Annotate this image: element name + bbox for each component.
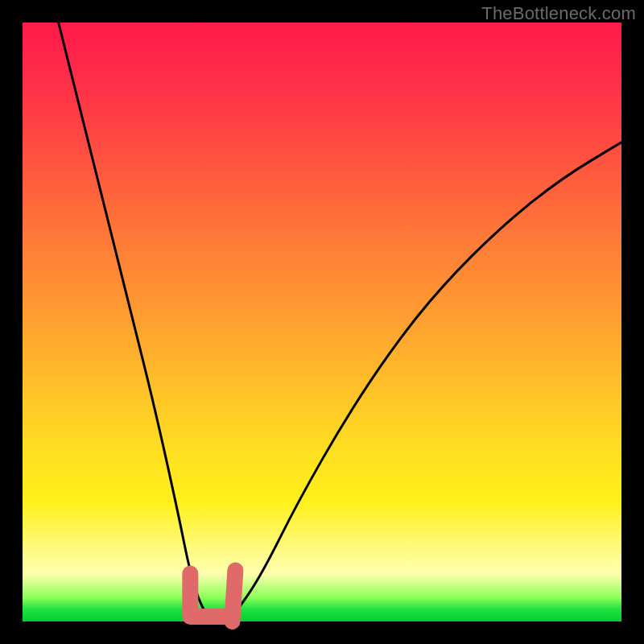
highlight-valley	[190, 570, 235, 621]
bottleneck-curve	[59, 23, 621, 621]
watermark-text: TheBottleneck.com	[481, 3, 636, 24]
chart-frame: TheBottleneck.com	[0, 0, 644, 644]
plot-area	[23, 23, 621, 621]
curve-layer	[23, 23, 621, 621]
